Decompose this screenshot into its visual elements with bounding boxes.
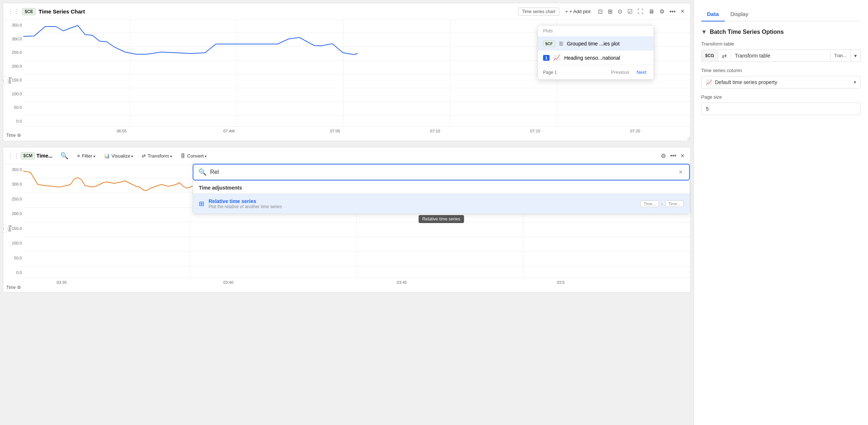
gear-btn-1[interactable]: ⚙ [658, 7, 666, 16]
page-nav: Previous Next [609, 69, 648, 76]
plot-badge-1: $CF [543, 40, 555, 47]
y-unit-1: deg [7, 77, 12, 84]
result-icon-1: ⊞ [199, 200, 204, 208]
search-icon-toolbar[interactable]: 🔍 [57, 150, 72, 162]
page-indicator: Page 1 [543, 70, 557, 75]
y-axis-2: 350.0 300.0 250.0 200.0 150.0 100.0 50.0… [3, 164, 23, 278]
tt-label: Transform table [731, 50, 830, 61]
chart-code-2: $CM [21, 152, 35, 159]
tab-data[interactable]: Data [701, 7, 725, 21]
expand-btn-1[interactable]: ⛶ [636, 7, 645, 16]
charts-panel: ⋮⋮ $CE Time Series Chart Time series cha… [0, 0, 694, 425]
next-btn[interactable]: Next [634, 69, 648, 76]
filter-btn[interactable]: ≡ Filter [73, 151, 99, 161]
ts-column-value: Default time series property [715, 79, 854, 85]
search-input[interactable] [210, 169, 677, 175]
search-clear-btn[interactable]: × [677, 168, 684, 176]
tt-badge: $CG [702, 50, 718, 61]
transform-btn[interactable]: ⇄ Transform [138, 151, 176, 161]
plot-badge-2: 1 [543, 55, 550, 61]
time-series-column-label: Time series column [701, 68, 861, 73]
plot-item-2[interactable]: 1 📈 Heading senso...national [538, 51, 654, 65]
search-box: 🔍 × [193, 164, 690, 180]
chart-toolbar-2: ⋮⋮ $CM Time... 🔍 ≡ Filter 📊 Visualize ⇄ … [3, 147, 690, 164]
plots-dropdown-1: Plots $CF ≣ Grouped time ...ies plot 1 📈… [538, 25, 654, 80]
close-btn-1[interactable]: × [679, 6, 686, 17]
monitor-btn-1[interactable]: 🖥 [647, 7, 656, 16]
close-btn-2[interactable]: × [679, 151, 686, 161]
transform-table-label: Transform table [701, 41, 861, 47]
search-icon-main: 🔍 [198, 168, 206, 176]
plus-icon-1: + [565, 9, 568, 14]
chart-code-1: $CE [22, 8, 36, 15]
edit-btn-1[interactable]: ☑ [626, 7, 634, 16]
search-results: Time adjustments ⊞ Relative time series … [193, 180, 690, 214]
settings-tabs: Data Display [701, 7, 861, 21]
search-overlay: 🔍 × Time adjustments ⊞ Relative time ser… [189, 164, 694, 214]
transform-table-row: $CG ⇄ Transform table Tran... ▾ [701, 49, 861, 62]
result-text-1: Relative time series Plot the relative o… [209, 198, 282, 209]
transform-icon: ⇄ [142, 153, 146, 159]
result-tooltip-1: Relative time series [419, 215, 464, 223]
result-title-1: Relative time series [209, 198, 282, 204]
drag-handle-1[interactable]: ⋮⋮ [8, 8, 19, 15]
result-tag-1: Time... [640, 200, 659, 207]
result-arrow-icon: › [661, 201, 663, 207]
chart-type-badge-1[interactable]: Time series chart [518, 8, 559, 16]
result-tag-2: Time... [665, 200, 684, 207]
plot-label-2: Heading senso...national [564, 55, 620, 61]
collapse-section-icon[interactable]: ▼ [701, 29, 707, 35]
search-category: Time adjustments [193, 180, 690, 194]
time-label-2: Time ⚙ [6, 285, 21, 290]
chart-title-2: Time... [36, 153, 52, 159]
ts-column-icon: 📈 [706, 79, 712, 85]
sidebar-btn-1[interactable]: ⊞ [606, 7, 614, 16]
download-btn-1[interactable]: ⊙ [616, 7, 624, 16]
gear-btn-2[interactable]: ⚙ [659, 151, 667, 161]
tt-suffix: Tran... [830, 50, 850, 61]
visualize-btn[interactable]: 📊 Visualize [100, 151, 137, 161]
tt-icon: ⇄ [718, 52, 731, 59]
y-axis-1: 350.0 300.0 250.0 200.0 150.0 100.0 50.0… [3, 20, 23, 126]
chart-widget-1: ⋮⋮ $CE Time Series Chart Time series cha… [3, 3, 691, 141]
line-icon-1: 📈 [553, 54, 560, 61]
result-tags-1: Time... › Time... [640, 200, 684, 207]
convert-icon: 🗄 [181, 153, 185, 159]
plots-dropdown-header: Plots [538, 25, 654, 36]
search-result-item-1[interactable]: ⊞ Relative time series Plot the relative… [193, 194, 690, 214]
settings-panel: Data Display ▼ Batch Time Series Options… [694, 0, 868, 425]
visualize-icon: 📊 [104, 153, 110, 159]
tab-display[interactable]: Display [725, 7, 754, 21]
time-label-1: Time ⚙ [6, 133, 21, 138]
chart-header-1: ⋮⋮ $CE Time Series Chart Time series cha… [3, 3, 690, 20]
ts-dropdown-arrow[interactable]: ▾ [854, 80, 856, 85]
resize-handle-1[interactable]: ⊿ [687, 136, 690, 141]
tt-dropdown-arrow[interactable]: ▾ [850, 50, 860, 61]
x-axis-1: 06:55 07 AM 07:05 07:10 07:15 07:20 ⊿ [23, 126, 690, 141]
filter-icon: ≡ [77, 153, 80, 159]
header-actions-1: ⊡ ⊞ ⊙ ☑ ⛶ 🖥 ⚙ ••• × [596, 6, 686, 17]
y-unit-2: deg [7, 225, 12, 231]
result-description-1: Plot the relative of another time series [209, 204, 282, 209]
plot-item-1[interactable]: $CF ≣ Grouped time ...ies plot [538, 36, 654, 51]
convert-btn[interactable]: 🗄 Convert [177, 151, 210, 161]
time-gear-icon-2[interactable]: ⚙ [17, 285, 21, 290]
plot-label-1: Grouped time ...ies plot [567, 41, 620, 47]
chart-title-1: Time Series Chart [39, 8, 515, 15]
plots-footer: Page 1 Previous Next [538, 65, 654, 79]
more-btn-2[interactable]: ••• [669, 151, 678, 160]
table-icon-1: ≣ [559, 40, 563, 47]
time-gear-icon-1[interactable]: ⚙ [17, 133, 21, 138]
previous-btn[interactable]: Previous [609, 69, 632, 76]
add-plot-button-1[interactable]: + + Add plot [562, 7, 594, 16]
section-header: ▼ Batch Time Series Options [701, 29, 861, 35]
more-btn-1[interactable]: ••• [668, 7, 677, 16]
section-title: Batch Time Series Options [710, 29, 784, 35]
x-axis-2: 03:35 03:40 03:45 03:5 [23, 278, 690, 292]
page-size-input[interactable] [701, 103, 861, 115]
page-size-label: Page size [701, 94, 861, 100]
drag-handle-2[interactable]: ⋮⋮ [8, 152, 19, 159]
screenshot-btn-1[interactable]: ⊡ [596, 7, 604, 16]
ts-column-select[interactable]: 📈 Default time series property ▾ [701, 76, 861, 88]
